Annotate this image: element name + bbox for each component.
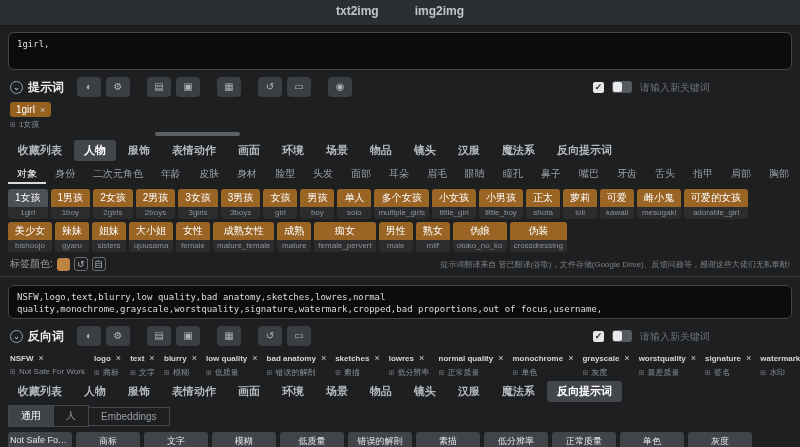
trash-icon[interactable]: ▭ xyxy=(287,326,311,346)
category-tab[interactable]: 场景 xyxy=(316,140,358,161)
tag-button[interactable]: 可爱 kawaii xyxy=(600,189,634,219)
chevron-down-icon[interactable]: ⌄ xyxy=(10,330,23,343)
negative-tag-chip[interactable]: bad anatomy× ⊞错误的解剖 xyxy=(267,351,327,378)
subcategory-tab[interactable]: 耳朵 xyxy=(380,164,418,184)
translate-icon[interactable]: ◐ xyxy=(77,326,101,346)
new-keyword-input[interactable] xyxy=(640,82,790,93)
tag-button[interactable]: 商标 logo xyxy=(76,432,140,447)
category-tab[interactable]: 服饰 xyxy=(118,140,160,161)
subcategory-tab[interactable]: 嘴巴 xyxy=(570,164,608,184)
negative-prompt-textarea[interactable]: NSFW,logo,text,blurry,low quality,bad an… xyxy=(8,285,792,319)
save-icon[interactable]: ▤ xyxy=(147,77,171,97)
category-tab[interactable]: 人物 xyxy=(74,140,116,161)
tag-button[interactable]: 正常质量 normal quality xyxy=(552,432,616,447)
subcategory-tab[interactable]: 头发 xyxy=(304,164,342,184)
tag-button[interactable]: 可爱的女孩 adorable_girl xyxy=(684,189,748,219)
category-tab[interactable]: 环境 xyxy=(272,140,314,161)
subcategory-tab[interactable]: 牙齿 xyxy=(608,164,646,184)
category-tab[interactable]: 收藏列表 xyxy=(8,381,72,402)
tag-button[interactable]: 成熟 mature xyxy=(277,222,311,252)
remove-tag-icon[interactable]: × xyxy=(39,353,44,363)
remove-tag-icon[interactable]: × xyxy=(192,353,197,363)
subcategory-tab[interactable]: 眼睛 xyxy=(456,164,494,184)
subcategory-tab[interactable]: 鼻子 xyxy=(532,164,570,184)
negative-tag-chip[interactable]: text× ⊞文字 xyxy=(130,351,155,378)
tag-button[interactable]: 伪娘 otoko_no_ko xyxy=(453,222,507,252)
category-tab[interactable]: 画面 xyxy=(228,140,270,161)
category-tab[interactable]: 场景 xyxy=(316,381,358,402)
notebook-icon[interactable]: ▣ xyxy=(176,77,200,97)
tag-button[interactable]: 低分辨率 lowres xyxy=(484,432,548,447)
tag-button[interactable]: 萝莉 loli xyxy=(563,189,597,219)
color-reset-icon[interactable]: ↺ xyxy=(74,257,88,271)
tag-button[interactable]: 单色 monochrome xyxy=(620,432,684,447)
category-tab[interactable]: 汉服 xyxy=(448,140,490,161)
trash-icon[interactable]: ▭ xyxy=(287,77,311,97)
remove-tag-icon[interactable]: × xyxy=(252,353,257,363)
negative-tag-chip[interactable]: blurry× ⊞模糊 xyxy=(164,351,197,378)
category-tab[interactable]: 镜头 xyxy=(404,381,446,402)
remove-tag-icon[interactable]: × xyxy=(374,353,379,363)
category-tab[interactable]: 魔法系 xyxy=(492,381,545,402)
tag-color-swatch[interactable] xyxy=(57,258,70,271)
generation-mode-tab[interactable]: txt2img xyxy=(333,0,382,25)
tag-button[interactable]: 低质量 low quality xyxy=(280,432,344,447)
color-auto-icon[interactable]: 自 xyxy=(92,257,106,271)
tag-button[interactable]: 2女孩 2girls xyxy=(93,189,133,219)
help-icon[interactable]: ◉ xyxy=(328,77,352,97)
category-tab[interactable]: 镜头 xyxy=(404,140,446,161)
category-tab[interactable]: 收藏列表 xyxy=(8,140,72,161)
subcategory-tab[interactable]: 年龄 xyxy=(152,164,190,184)
subcategory-tab[interactable]: 对象 xyxy=(8,164,46,184)
new-keyword-input[interactable] xyxy=(640,331,790,342)
category-tab[interactable]: 表情动作 xyxy=(162,140,226,161)
remove-tag-icon[interactable]: × xyxy=(624,353,629,363)
generation-mode-tab[interactable]: img2img xyxy=(412,0,467,25)
remove-tag-icon[interactable]: × xyxy=(116,353,121,363)
subcategory-tab[interactable]: Embeddings xyxy=(88,407,170,426)
notebook-icon[interactable]: ▣ xyxy=(176,326,200,346)
negative-tag-chip[interactable]: sketches× ⊞素描 xyxy=(335,351,380,378)
remove-tag-icon[interactable]: × xyxy=(40,105,45,115)
tag-button[interactable]: 男性 male xyxy=(379,222,413,252)
settings-icon[interactable]: ⚙ xyxy=(106,77,130,97)
prompt-tag-chip[interactable]: 1girl× ⊞1女孩 xyxy=(10,102,51,130)
remove-tag-icon[interactable]: × xyxy=(746,353,751,363)
tag-button[interactable]: 错误的解剖 bad anatomy xyxy=(348,432,412,447)
category-tab[interactable]: 人物 xyxy=(74,381,116,402)
chevron-down-icon[interactable]: ⌄ xyxy=(10,81,23,94)
tag-button[interactable]: 小男孩 little_boy xyxy=(479,189,523,219)
subcategory-tab[interactable]: 胸部 xyxy=(760,164,798,184)
tag-button[interactable]: 单人 solo xyxy=(337,189,371,219)
tag-button[interactable]: 灰度 grayscale xyxy=(688,432,752,447)
tag-button[interactable]: 1男孩 1boy xyxy=(51,189,91,219)
subcategory-tab[interactable]: 二次元角色 xyxy=(84,164,152,184)
tag-button[interactable]: 文字 text xyxy=(144,432,208,447)
tag-button[interactable]: 小女孩 little_girl xyxy=(432,189,476,219)
translate-icon[interactable]: ◐ xyxy=(77,77,101,97)
subcategory-tab[interactable]: 眉毛 xyxy=(418,164,456,184)
subcategory-tab[interactable]: 肩部 xyxy=(722,164,760,184)
tag-button[interactable]: 雌小鬼 mesugaki xyxy=(637,189,681,219)
autocomplete-checkbox[interactable]: ✓ xyxy=(593,331,604,342)
autocomplete-toggle[interactable] xyxy=(612,330,632,342)
category-tab[interactable]: 表情动作 xyxy=(162,381,226,402)
remove-tag-icon[interactable]: × xyxy=(691,353,696,363)
negative-tag-chip[interactable]: logo× ⊞商标 xyxy=(94,351,121,378)
subcategory-tab[interactable]: 通用 xyxy=(8,405,54,427)
tag-button[interactable]: 1女孩 1girl xyxy=(8,189,48,219)
tag-button[interactable]: 素描 sketches xyxy=(416,432,480,447)
negative-tag-chip[interactable]: signature× ⊞签名 xyxy=(705,351,751,378)
negative-tag-chip[interactable]: NSFW× ⊞Not Safe For Work xyxy=(10,351,85,376)
tag-button[interactable]: 痴女 female_pervert xyxy=(314,222,375,252)
tag-button[interactable]: 大小姐 ojousama xyxy=(129,222,173,252)
tag-button[interactable]: 成熟女性 mature_female xyxy=(213,222,274,252)
tag-button[interactable]: 2男孩 2boys xyxy=(136,189,176,219)
tag-button[interactable]: 辣妹 gyaru xyxy=(55,222,89,252)
tag-button[interactable]: 熟女 milf xyxy=(416,222,450,252)
negative-tag-chip[interactable]: grayscale× ⊞灰度 xyxy=(582,351,629,378)
tag-button[interactable]: 3男孩 3boys xyxy=(221,189,261,219)
image-icon[interactable]: ▦ xyxy=(217,77,241,97)
save-icon[interactable]: ▤ xyxy=(147,326,171,346)
negative-tag-chip[interactable]: lowres× ⊞低分辨率 xyxy=(389,351,430,378)
